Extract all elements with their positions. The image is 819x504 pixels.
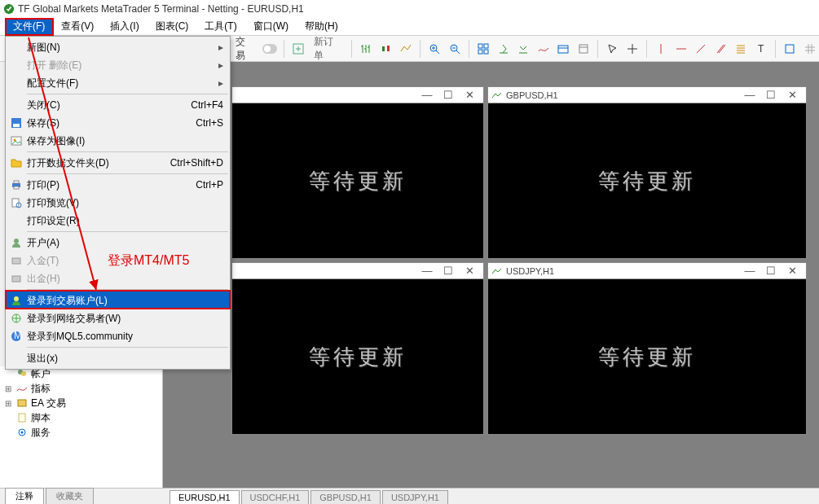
menu-bar: 文件(F) 查看(V) 插入(I) 图表(C) 工具(T) 窗口(W) 帮助(H…	[0, 18, 819, 36]
menu-tools[interactable]: 工具(T)	[196, 18, 244, 35]
wait-text: 等待更新	[309, 167, 407, 195]
svg-rect-11	[484, 50, 488, 54]
indicators-icon[interactable]	[535, 39, 553, 59]
minimize-icon[interactable]: —	[416, 265, 438, 277]
svg-rect-38	[19, 414, 25, 422]
chart-pane-1-titlebar: — ☐ ✕	[232, 87, 483, 103]
svg-point-25	[14, 239, 19, 243]
new-order-icon[interactable]	[289, 39, 308, 59]
svg-rect-27	[12, 276, 20, 282]
shift-icon[interactable]	[514, 39, 533, 59]
svg-point-2	[264, 46, 271, 52]
toolbar-trade-toggle[interactable]: 交易	[231, 35, 258, 63]
svg-line-32	[29, 37, 96, 290]
chart-pane-4-titlebar: USDJPY,H1 — ☐ ✕	[488, 263, 806, 279]
scripts-icon	[16, 412, 28, 423]
minimize-icon[interactable]: —	[739, 89, 760, 101]
maximize-icon[interactable]: ☐	[760, 89, 782, 101]
chart-tab-usdjpy[interactable]: USDJPY,H1	[382, 490, 448, 504]
nav-item-scripts[interactable]: 脚本	[0, 410, 162, 425]
web-login-icon	[6, 313, 27, 324]
fibo-icon[interactable]	[732, 39, 751, 59]
mql5-icon: M	[6, 331, 27, 342]
trendline-icon[interactable]	[692, 39, 711, 59]
close-icon[interactable]: ✕	[782, 265, 803, 277]
object-list-icon[interactable]	[781, 39, 799, 59]
chart-pane-3-titlebar: — ☐ ✕	[232, 263, 483, 279]
menu-item-exit[interactable]: 退出(x)	[6, 349, 230, 367]
window-title: TF Global Markets MetaTrader 5 Terminal …	[18, 3, 304, 15]
svg-rect-22	[14, 186, 19, 189]
chart-workspace: — ☐ ✕ 等待更新 GBPUSD,H1 — ☐ ✕ 等待更新 — ☐ ✕ 等待…	[163, 62, 819, 488]
vline-icon[interactable]	[652, 39, 671, 59]
app-logo-icon	[3, 3, 15, 15]
menu-item-login-mql5[interactable]: M登录到MQL5.community	[6, 327, 230, 345]
menu-chart[interactable]: 图表(C)	[148, 18, 197, 35]
chart-tab-eurusd[interactable]: EURUSD,H1	[170, 490, 240, 504]
text-icon[interactable]: T	[752, 39, 771, 59]
nav-tab-favorites[interactable]: 收藏夹	[46, 488, 94, 504]
templates-icon[interactable]	[575, 39, 593, 59]
close-icon[interactable]: ✕	[782, 89, 803, 101]
menu-view[interactable]: 查看(V)	[53, 18, 102, 35]
chart-tab-usdchf[interactable]: USDCHF,H1	[241, 490, 310, 504]
equidistant-icon[interactable]	[712, 39, 731, 59]
chart-pane-1: — ☐ ✕ 等待更新	[231, 86, 484, 259]
nav-item-ea[interactable]: ⊞EA 交易	[0, 396, 162, 410]
menu-help[interactable]: 帮助(H)	[297, 18, 346, 35]
zoom-in-icon[interactable]	[425, 39, 444, 59]
svg-rect-12	[558, 46, 568, 53]
close-icon[interactable]: ✕	[459, 89, 480, 101]
chart-pane-2: GBPUSD,H1 — ☐ ✕ 等待更新	[487, 86, 807, 259]
chart-pane-3: — ☐ ✕ 等待更新	[231, 262, 484, 435]
toggle-switch-icon[interactable]	[260, 39, 279, 59]
grid-icon[interactable]	[800, 39, 819, 59]
autoscroll-icon[interactable]	[495, 39, 513, 59]
nav-tab-common[interactable]: 注释	[5, 488, 44, 504]
maximize-icon[interactable]: ☐	[760, 265, 782, 277]
chart-candles-icon[interactable]	[376, 39, 395, 59]
chart-icon	[491, 90, 503, 101]
new-order-label[interactable]: 新订单	[309, 35, 346, 63]
wait-text: 等待更新	[598, 343, 696, 371]
svg-rect-4	[382, 46, 385, 51]
nav-item-services[interactable]: 服务	[0, 425, 162, 440]
menu-window[interactable]: 窗口(W)	[245, 18, 297, 35]
hline-icon[interactable]	[672, 39, 691, 59]
tile-icon[interactable]	[474, 39, 493, 59]
svg-rect-9	[484, 44, 488, 48]
svg-rect-37	[18, 400, 26, 406]
close-icon[interactable]: ✕	[459, 265, 480, 277]
chart-icon	[491, 265, 503, 277]
annotation-box-file-menu	[5, 18, 54, 36]
wait-text: 等待更新	[598, 167, 696, 195]
accounts-icon	[16, 368, 28, 379]
wait-text: 等待更新	[309, 343, 407, 371]
periods-icon[interactable]	[554, 39, 573, 59]
menu-insert[interactable]: 插入(I)	[102, 18, 147, 35]
navigator-tabs: 注释 收藏夹	[0, 488, 163, 504]
maximize-icon[interactable]: ☐	[438, 89, 459, 101]
nav-item-indicators[interactable]: ⊞指标	[0, 381, 162, 396]
title-bar: TF Global Markets MetaTrader 5 Terminal …	[0, 0, 819, 18]
annotation-text: 登录MT4/MT5	[108, 252, 189, 270]
navigator-panel: 帐户 ⊞指标 ⊞EA 交易 脚本 服务	[0, 366, 163, 488]
chart-tabs: EURUSD,H1 USDCHF,H1 GBPUSD,H1 USDJPY,H1	[163, 488, 819, 504]
minimize-icon[interactable]: —	[416, 89, 438, 101]
chart-line-icon[interactable]	[397, 39, 416, 59]
svg-point-36	[21, 371, 26, 376]
chart-bars-icon[interactable]	[357, 39, 376, 59]
svg-point-40	[21, 432, 24, 434]
zoom-out-icon[interactable]	[446, 39, 465, 59]
svg-rect-21	[14, 181, 19, 183]
chart-pane-4: USDJPY,H1 — ☐ ✕ 等待更新	[487, 262, 807, 435]
menu-item-login-webtrader[interactable]: 登录到网络交易者(W)	[6, 309, 230, 327]
cursor-icon[interactable]	[603, 39, 622, 59]
crosshair-icon[interactable]	[623, 39, 642, 59]
services-icon	[16, 427, 28, 438]
svg-rect-5	[387, 46, 390, 51]
maximize-icon[interactable]: ☐	[438, 265, 459, 277]
svg-rect-17	[13, 124, 20, 127]
minimize-icon[interactable]: —	[739, 265, 760, 277]
chart-tab-gbpusd[interactable]: GBPUSD,H1	[310, 490, 381, 504]
